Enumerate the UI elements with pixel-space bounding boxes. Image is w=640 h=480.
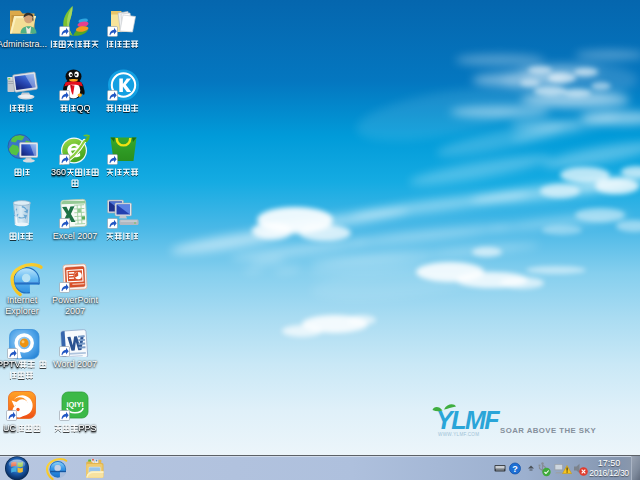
svg-text:?: ? [512,464,518,474]
svg-text:QQ: QQ [76,103,90,113]
svg-text:360: 360 [51,167,66,177]
svg-text:YLMF: YLMF [436,406,500,434]
svg-text:SOAR ABOVE THE SKY: SOAR ABOVE THE SKY [500,426,597,435]
svg-text:WWW.YLMF.COM: WWW.YLMF.COM [438,432,479,437]
svg-text:iQIYI: iQIYI [66,400,83,409]
svg-text:UC: UC [3,423,16,433]
svg-text:PPS: PPS [78,423,96,433]
svg-text:PPTV: PPTV [0,359,20,369]
